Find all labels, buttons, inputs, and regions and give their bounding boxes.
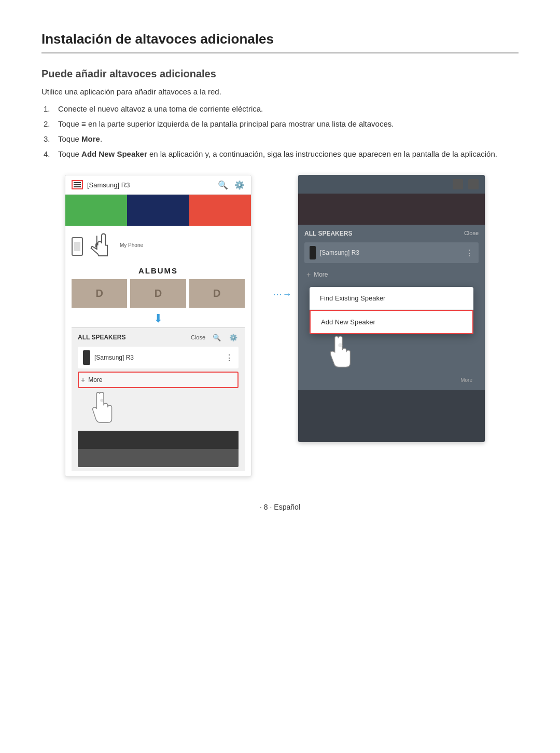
color-blocks bbox=[65, 195, 251, 226]
right-dark-bottom bbox=[298, 390, 485, 442]
step-4: 4. Toque Add New Speaker en la aplicació… bbox=[41, 149, 519, 158]
hand-cursor-3 bbox=[325, 334, 361, 373]
right-topbar-icons bbox=[453, 179, 479, 189]
right-speaker-name: [Samsung] R3 bbox=[320, 249, 359, 256]
popup-menu: Find Existing Speaker Add New Speaker bbox=[310, 287, 473, 334]
arrow-right: ···→ bbox=[267, 289, 298, 300]
device-icon bbox=[72, 237, 83, 256]
speaker-name-left: [Samsung] R3 bbox=[94, 354, 134, 361]
speaker-row-left: [Samsung] R3 bbox=[83, 350, 134, 365]
right-screenshot: ALL SPEAKERS Close [Samsung] R3 ⋮ + More bbox=[298, 175, 485, 442]
right-speaker-row: [Samsung] R3 ⋮ bbox=[304, 242, 479, 263]
screenshots-area: [Samsung] R3 🔍 ⚙️ bbox=[41, 175, 519, 477]
dark-section bbox=[78, 431, 239, 467]
settings-icon[interactable]: ⚙️ bbox=[234, 180, 245, 190]
right-search-icon[interactable] bbox=[453, 179, 463, 189]
color-block-blue bbox=[127, 195, 189, 226]
hand-area bbox=[78, 391, 239, 429]
left-phone-container: [Samsung] R3 🔍 ⚙️ bbox=[65, 175, 267, 477]
add-new-speaker-item[interactable]: Add New Speaker bbox=[310, 310, 473, 334]
right-panel-container: ALL SPEAKERS Close [Samsung] R3 ⋮ + More bbox=[298, 175, 495, 442]
all-speakers-header: ALL SPEAKERS Close 🔍 ⚙️ bbox=[78, 332, 239, 343]
right-bottom-more: More bbox=[304, 375, 479, 385]
hand-area-right bbox=[304, 334, 479, 375]
down-arrow: ⬇ bbox=[72, 312, 245, 325]
album-thumb-3: D bbox=[189, 279, 245, 308]
album-thumb-1: D bbox=[72, 279, 127, 308]
topbar-left: [Samsung] R3 bbox=[72, 180, 130, 189]
color-block-red bbox=[189, 195, 251, 226]
step-3-bold: More bbox=[81, 134, 100, 143]
albums-label: ALBUMS bbox=[72, 266, 245, 275]
right-panel-header: ALL SPEAKERS Close bbox=[304, 230, 479, 237]
right-panel-title: ALL SPEAKERS bbox=[304, 230, 352, 237]
step-3: 3. Toque More. bbox=[41, 134, 519, 143]
app-title: [Samsung] R3 bbox=[87, 181, 130, 189]
speaker-device-icon bbox=[83, 350, 90, 365]
right-speaker-left: [Samsung] R3 bbox=[310, 246, 359, 259]
right-more-label: More bbox=[314, 271, 328, 278]
left-screenshot: [Samsung] R3 🔍 ⚙️ bbox=[65, 175, 251, 477]
right-more-plus: + bbox=[306, 270, 311, 279]
color-block-green bbox=[65, 195, 127, 226]
more-label-left: More bbox=[88, 376, 102, 384]
page-title: Instalación de altavoces adicionales bbox=[41, 31, 519, 53]
phone-body: My Phone ALBUMS D D D ⬇ ALL SPEAKERS Clo… bbox=[65, 226, 251, 476]
more-row[interactable]: + More bbox=[78, 372, 239, 388]
step-4-bold: Add New Speaker bbox=[81, 149, 147, 158]
step-1: 1. Conecte el nuevo altavoz a una toma d… bbox=[41, 104, 519, 113]
speaker-row: [Samsung] R3 ⋮ bbox=[78, 347, 239, 368]
app-topbar: [Samsung] R3 🔍 ⚙️ bbox=[65, 175, 251, 195]
find-existing-item[interactable]: Find Existing Speaker bbox=[310, 287, 473, 310]
my-phone-label: My Phone bbox=[120, 242, 143, 248]
all-speakers-title: ALL SPEAKERS bbox=[78, 334, 125, 341]
right-settings-icon[interactable] bbox=[468, 179, 479, 189]
right-dark-top bbox=[298, 194, 485, 225]
all-speakers-right: ALL SPEAKERS Close [Samsung] R3 ⋮ + More bbox=[298, 225, 485, 390]
right-topbar bbox=[298, 175, 485, 194]
page-footer: · 8 · Español bbox=[41, 503, 519, 511]
hand-cursor-2 bbox=[88, 391, 119, 427]
right-three-dots[interactable]: ⋮ bbox=[465, 248, 473, 258]
section-title: Puede añadir altavoces adicionales bbox=[41, 68, 519, 80]
step-2: 2. Toque ≡ en la parte superior izquierd… bbox=[41, 119, 519, 128]
three-dots[interactable]: ⋮ bbox=[225, 353, 233, 363]
right-more-row: + More bbox=[304, 267, 479, 282]
search-icon[interactable]: 🔍 bbox=[218, 180, 228, 190]
more-row-container: + More bbox=[78, 372, 239, 429]
svg-point-1 bbox=[338, 343, 342, 347]
steps-list: 1. Conecte el nuevo altavoz a una toma d… bbox=[41, 104, 519, 158]
intro-text: Utilice una aplicación para añadir altav… bbox=[41, 87, 519, 96]
hand-cursor-1 bbox=[87, 231, 116, 262]
right-speaker-icon bbox=[310, 246, 316, 259]
album-grid: D D D bbox=[72, 279, 245, 308]
hamburger-button[interactable] bbox=[72, 180, 83, 189]
search-icon-2[interactable]: 🔍 bbox=[212, 332, 222, 343]
svg-point-0 bbox=[100, 399, 103, 402]
right-close-button[interactable]: Close bbox=[464, 230, 479, 237]
album-thumb-2: D bbox=[130, 279, 186, 308]
topbar-right: 🔍 ⚙️ bbox=[218, 180, 245, 190]
footer-text: · 8 · Español bbox=[260, 503, 300, 511]
settings-icon-2[interactable]: ⚙️ bbox=[228, 332, 239, 343]
all-speakers-panel: ALL SPEAKERS Close 🔍 ⚙️ [Samsung] R3 bbox=[72, 327, 245, 471]
dark-band bbox=[78, 431, 239, 449]
more-plus-icon: + bbox=[81, 376, 85, 384]
close-button-left[interactable]: Close bbox=[191, 334, 205, 340]
